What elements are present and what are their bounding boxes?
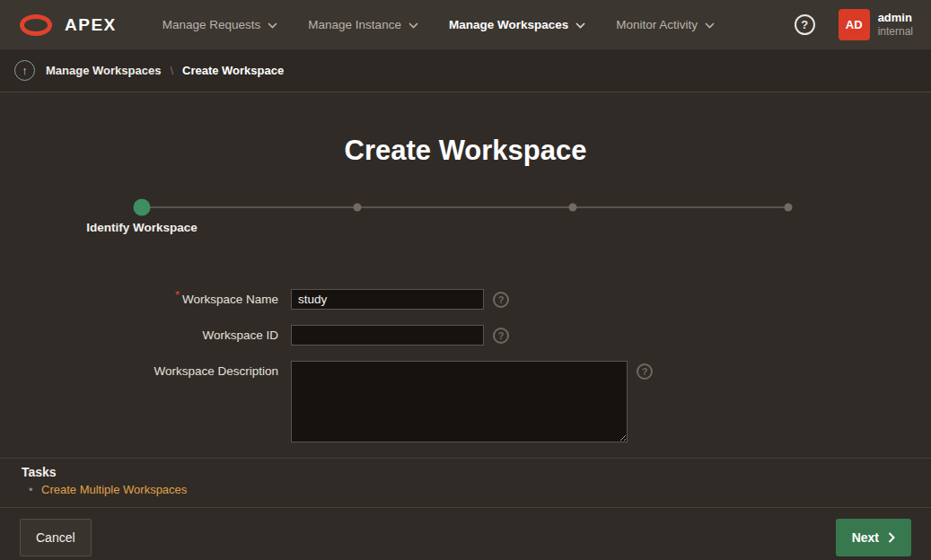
nav-item-label: Manage Instance: [308, 18, 401, 31]
breadcrumb: ↑ Manage Workspaces \ Create Workspace: [0, 49, 931, 92]
workspace-name-label: Workspace Name: [182, 293, 278, 306]
form-row-workspace-id: Workspace ID ?: [0, 325, 931, 346]
user-info[interactable]: admin internal: [878, 11, 913, 39]
nav-item-manage-workspaces[interactable]: Manage Workspaces: [438, 0, 596, 49]
brand-apex: APEX: [65, 15, 117, 35]
page-title: Create Workspace: [0, 135, 931, 167]
nav-item-monitor-activity[interactable]: Monitor Activity: [605, 0, 725, 49]
breadcrumb-current: Create Workspace: [182, 64, 284, 77]
chevron-down-icon: [268, 22, 277, 29]
up-arrow-icon[interactable]: ↑: [14, 60, 35, 81]
wizard-progress: Identify Workspace: [0, 199, 931, 255]
form-row-workspace-name: *Workspace Name ?: [0, 289, 931, 310]
wizard-step-4-dot: [785, 204, 793, 212]
help-icon[interactable]: ?: [795, 14, 815, 35]
cancel-button[interactable]: Cancel: [20, 519, 92, 556]
workspace-form: *Workspace Name ? Workspace ID ? Workspa…: [0, 289, 931, 442]
breadcrumb-parent[interactable]: Manage Workspaces: [46, 64, 161, 77]
nav-item-manage-requests[interactable]: Manage Requests: [152, 0, 289, 49]
workspace-id-input[interactable]: [291, 325, 484, 346]
wizard-current-step-label: Identify Workspace: [86, 221, 198, 234]
tasks-region: Tasks Create Multiple Workspaces: [0, 458, 931, 507]
oracle-logo-icon: [20, 14, 52, 36]
workspace-name-input[interactable]: [291, 289, 484, 310]
create-workspace-page: { "navbar": { "brand": "APEX", "items": …: [0, 0, 931, 560]
workspace-description-help-icon[interactable]: ?: [637, 363, 653, 380]
next-button[interactable]: Next: [836, 519, 911, 556]
workspace-id-label: Workspace ID: [202, 328, 278, 342]
chevron-down-icon: [408, 22, 418, 29]
tasks-heading: Tasks: [22, 465, 909, 479]
wizard-track-line: [142, 206, 788, 208]
next-button-label: Next: [852, 530, 879, 545]
workspace-name-control: ?: [291, 289, 509, 310]
breadcrumb-separator: \: [170, 64, 173, 77]
chevron-right-icon: [888, 532, 895, 543]
workspace-description-label: Workspace Description: [154, 364, 278, 378]
workspace-id-control: ?: [291, 325, 509, 346]
user-scope: internal: [878, 25, 913, 39]
main-content: Create Workspace Identify Workspace *Wor…: [0, 92, 931, 458]
required-marker: *: [175, 288, 180, 302]
workspace-name-help-icon[interactable]: ?: [493, 292, 509, 308]
nav-item-label: Manage Requests: [162, 18, 261, 31]
workspace-description-control: ?: [291, 361, 653, 442]
top-navbar: APEX Manage Requests Manage Instance Man…: [0, 0, 931, 49]
workspace-description-textarea[interactable]: [291, 361, 628, 442]
wizard-step-2-dot: [354, 204, 362, 212]
wizard-step-1-dot: [134, 199, 151, 216]
wizard-step-3-dot: [569, 204, 577, 212]
nav-item-label: Monitor Activity: [616, 18, 698, 31]
nav-item-label: Manage Workspaces: [449, 18, 568, 31]
nav-item-manage-instance[interactable]: Manage Instance: [297, 0, 429, 49]
wizard-button-bar: Cancel Next: [0, 507, 931, 560]
tasks-list-item: Create Multiple Workspaces: [41, 483, 909, 496]
tasks-list: Create Multiple Workspaces: [22, 483, 909, 496]
workspace-id-help-icon[interactable]: ?: [493, 328, 509, 344]
create-multiple-workspaces-link[interactable]: Create Multiple Workspaces: [41, 483, 187, 496]
chevron-down-icon: [705, 22, 715, 29]
user-avatar[interactable]: AD: [839, 9, 870, 40]
chevron-down-icon: [575, 22, 585, 29]
workspace-description-label-cell: Workspace Description: [0, 361, 278, 378]
form-row-workspace-description: Workspace Description ?: [0, 361, 931, 442]
workspace-id-label-cell: Workspace ID: [0, 325, 278, 342]
user-name: admin: [878, 11, 913, 25]
workspace-name-label-cell: *Workspace Name: [0, 289, 278, 306]
